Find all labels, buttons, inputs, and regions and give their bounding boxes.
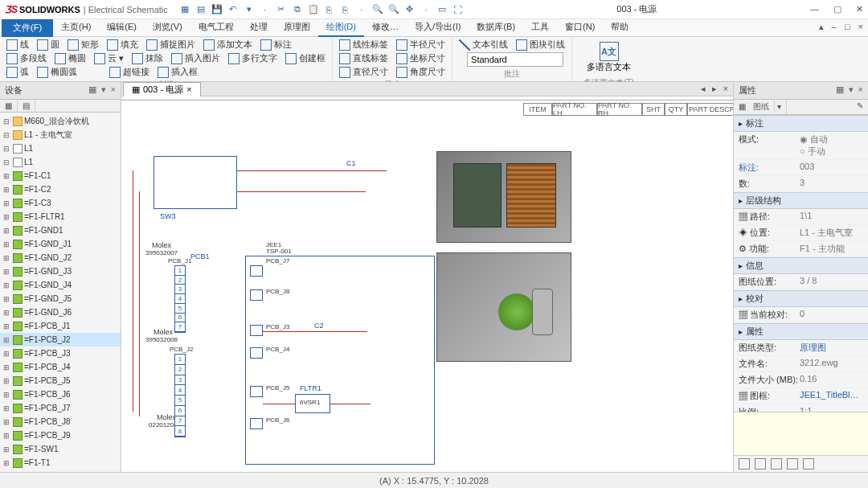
panel-opts-icon[interactable]: ▦ (836, 84, 844, 96)
tree-node[interactable]: ⊟M660_混合冷饮机 (0, 114, 121, 128)
tree-node[interactable]: ⊞=F1-C1 (0, 169, 121, 182)
prop-section-properties[interactable]: ▸ 属性 (734, 323, 868, 340)
qat-search-icon[interactable]: 🔍 (372, 4, 383, 15)
ribbon-button[interactable]: 多行文字 (228, 52, 277, 64)
foot-icon-5[interactable] (803, 458, 814, 470)
foot-icon-3[interactable] (771, 458, 782, 470)
menu-item[interactable]: 主页(H) (53, 18, 99, 37)
ribbon-button[interactable]: 捕捉图片 (146, 39, 195, 51)
tree-node[interactable]: ⊞=F1-GND_J4 (0, 278, 121, 292)
tree-toggle-icon[interactable]: ⊞ (3, 322, 11, 330)
tree-node[interactable]: ⊞=F1-GND_J2 (0, 251, 121, 265)
ribbon-button[interactable]: 角度尺寸 (396, 66, 445, 78)
tree-toggle-icon[interactable]: ⊞ (3, 391, 11, 399)
tree-toggle-icon[interactable]: ⊞ (3, 295, 11, 303)
tree-node[interactable]: ⊞=F1-FLTR1 (0, 210, 121, 223)
ribbon-button[interactable]: 线性标签 (339, 39, 388, 51)
ribbon-button[interactable]: 抹除 (132, 52, 163, 64)
panel-opts-icon[interactable]: ▦ (88, 84, 96, 96)
qat-zoom-out-icon[interactable]: 🔍 (388, 4, 399, 15)
menu-item[interactable]: 导入/导出(I) (407, 18, 469, 37)
tree-node[interactable]: ⊞=F1-GND_J1 (0, 237, 121, 251)
ribbon-btn-block-leader[interactable]: 图块引线 (516, 39, 565, 51)
component-sw3[interactable] (154, 156, 237, 209)
tree-node[interactable]: ⊞=F1-T1 (0, 456, 121, 470)
tree-toggle-icon[interactable]: ⊞ (3, 309, 11, 317)
ribbon-button[interactable]: 云 ▾ (94, 52, 124, 64)
ribbon-btn-text-leader[interactable]: 文本引线 (459, 39, 508, 51)
close-icon[interactable]: ✕ (856, 4, 863, 14)
foot-icon-2[interactable] (755, 458, 766, 470)
menu-item[interactable]: 编辑(E) (99, 18, 145, 37)
foot-icon-1[interactable] (739, 458, 750, 470)
component-pcb1[interactable] (245, 256, 435, 465)
menu-item[interactable]: 绘图(D) (318, 18, 364, 37)
tree-node[interactable]: ⊞=F1-GND_J5 (0, 292, 121, 306)
properties-edit-icon[interactable]: ✎ (852, 100, 868, 114)
tree-node[interactable]: ⊞=F1-PCB_J6 (0, 388, 121, 401)
properties-list[interactable]: ▸ 标注 模式:◉ 自动○ 手动 标注:003 数:3 ▸ 层级结构 ▦ 路径:… (734, 115, 868, 412)
mdi-close-icon[interactable]: × (858, 22, 863, 32)
qat-paste-icon[interactable]: 📋 (308, 4, 319, 15)
menu-item[interactable]: 窗口(N) (557, 18, 603, 37)
properties-memo[interactable] (734, 412, 868, 455)
tree-node[interactable]: ⊞=F1-PCB_J3 (0, 347, 121, 360)
tree-node[interactable]: ⊞=F1-C2 (0, 182, 121, 196)
tree-node[interactable]: ⊞=F1-PCB_J2 (0, 333, 121, 347)
ribbon-button[interactable]: 弧 (6, 66, 29, 78)
connector-j7[interactable] (250, 265, 263, 277)
ribbon-button[interactable]: 直径尺寸 (339, 66, 388, 78)
qat-clip1-icon[interactable]: ⎘ (324, 4, 335, 15)
tree-node[interactable]: ⊞=F1-PCB_J5 (0, 374, 121, 388)
schematic-canvas[interactable]: ITEMPART NO. LHPART NO. RHSHTQTYPART DES… (121, 96, 733, 472)
tree-toggle-icon[interactable]: ⊞ (3, 254, 11, 262)
tree-node[interactable]: ⊟L1 (0, 141, 121, 155)
panel-pin-icon[interactable]: ▾ (849, 84, 854, 96)
qat-save-icon[interactable]: 💾 (211, 4, 223, 15)
tab-close-icon[interactable]: × (186, 84, 191, 94)
maximize-icon[interactable]: ▢ (833, 4, 841, 14)
prop-section-hierarchy[interactable]: ▸ 层级结构 (734, 192, 868, 209)
tree-toggle-icon[interactable]: ⊞ (3, 432, 11, 440)
tree-toggle-icon[interactable]: ⊟ (3, 131, 11, 139)
mdi-help-icon[interactable]: ▴ (819, 22, 824, 32)
qat-cut-icon[interactable]: ✂ (276, 4, 287, 15)
tree-node[interactable]: ⊞=F1-PCB_J7 (0, 401, 121, 415)
tree-node[interactable]: ⊞=F1-GND_J6 (0, 306, 121, 319)
tree-node[interactable]: ⊞=F1-GND1 (0, 223, 121, 237)
ribbon-button[interactable]: 圆 (37, 39, 59, 51)
menu-item[interactable]: 电气工程 (190, 18, 242, 37)
tab-nav-prev-icon[interactable]: ◂ (701, 84, 706, 94)
prop-section-review[interactable]: ▸ 校对 (734, 290, 868, 307)
ribbon-btn-multilang[interactable]: A文 多语言文本 (579, 39, 639, 76)
tree-node[interactable]: ⊞=F1-PCB_J8 (0, 415, 121, 429)
mdi-min-icon[interactable]: – (832, 22, 837, 32)
qat-dropdown-icon[interactable]: ▾ (244, 4, 255, 15)
ribbon-button[interactable]: 椭圆 (55, 52, 86, 64)
tree-node[interactable]: ⊞=F1-SW1 (0, 442, 121, 456)
qat-clip2-icon[interactable]: ⎘ (340, 4, 351, 15)
mdi-max-icon[interactable]: □ (845, 22, 850, 32)
qat-move-icon[interactable]: ✥ (404, 4, 416, 15)
tree-toggle-icon[interactable]: ⊞ (3, 350, 11, 358)
qat-undo-icon[interactable]: ↶ (227, 4, 239, 15)
menu-item[interactable]: 帮助 (603, 18, 637, 37)
tree-node[interactable]: ⊟L1 (0, 155, 121, 169)
leader-style-select[interactable] (467, 52, 563, 67)
panel-pin-icon[interactable]: ▾ (101, 84, 106, 96)
tree-node[interactable]: ⊞=F1-C3 (0, 196, 121, 210)
ribbon-button[interactable]: 添加文本 (203, 39, 252, 51)
ribbon-button[interactable]: 线 (6, 39, 29, 51)
tree-toggle-icon[interactable]: ⊞ (3, 459, 11, 467)
ribbon-button[interactable]: 多段线 (6, 52, 47, 64)
tree-toggle-icon[interactable]: ⊞ (3, 404, 11, 412)
menu-item[interactable]: 修改… (364, 18, 407, 37)
tree-toggle-icon[interactable]: ⊟ (3, 158, 11, 166)
panel-close-icon[interactable]: × (111, 84, 116, 96)
foot-icon-4[interactable] (787, 458, 798, 470)
tree-node[interactable]: ⊞=F1-PCB_J1 (0, 319, 121, 333)
qat-new-icon[interactable]: ▦ (179, 4, 190, 15)
device-tab-1[interactable]: ▦ (0, 100, 18, 112)
device-tree[interactable]: ⊟M660_混合冷饮机⊟L1 - 主电气室⊟L1⊟L1⊞=F1-C1⊞=F1-C… (0, 113, 121, 472)
tree-toggle-icon[interactable]: ⊞ (3, 240, 11, 248)
